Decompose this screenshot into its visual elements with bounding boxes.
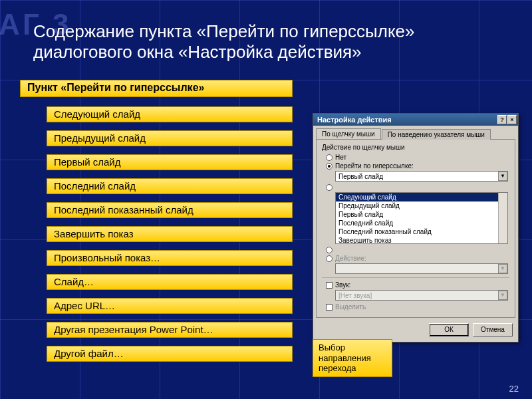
- radio-label: Действие:: [335, 255, 366, 262]
- radio-label: Нет: [335, 154, 346, 161]
- radio-icon: [326, 247, 332, 253]
- radio-unused-1[interactable]: [326, 184, 509, 191]
- listbox-item[interactable]: Предыдущий слайд: [336, 201, 507, 210]
- title-line-2: диалогового окна «Настройка действия»: [33, 42, 362, 62]
- checkbox-highlight: Выделить: [326, 303, 509, 311]
- listbox-item[interactable]: Последний слайд: [336, 219, 507, 227]
- list-item: Адрес URL…: [47, 298, 293, 314]
- dialog-titlebar[interactable]: Настройка действия ? ×: [313, 114, 518, 126]
- separator: [322, 277, 509, 278]
- listbox-item[interactable]: Следующий слайд: [336, 193, 507, 201]
- page-number: 22: [509, 384, 519, 394]
- action-combobox: ▼: [335, 263, 508, 274]
- close-button[interactable]: ×: [507, 115, 517, 124]
- listbox-item[interactable]: Первый слайд: [336, 210, 507, 219]
- slide-title: Содержание пункта «Перейти по гиперссылк…: [33, 21, 505, 63]
- checkbox-label: Выделить: [335, 303, 366, 311]
- chevron-down-icon[interactable]: ▼: [498, 172, 507, 181]
- radio-icon: [326, 184, 332, 191]
- radio-action: Действие:: [326, 255, 509, 262]
- list-item: Слайд…: [47, 274, 293, 290]
- combo-value: Первый слайд: [338, 173, 383, 180]
- chevron-down-icon: ▼: [498, 291, 507, 300]
- radio-hyperlink[interactable]: Перейти по гиперссылке:: [326, 162, 509, 170]
- checkbox-icon: [326, 304, 332, 311]
- main-hyperlink-item: Пункт «Перейти по гиперссылке»: [20, 80, 293, 97]
- radio-icon: [326, 255, 332, 262]
- list-item: Произвольный показ…: [47, 250, 293, 266]
- title-line-1: Содержание пункта «Перейти по гиперссылк…: [33, 21, 415, 41]
- checkbox-label: Звук:: [335, 281, 350, 289]
- cancel-button[interactable]: Отмена: [473, 323, 513, 336]
- list-item: Другой файл…: [47, 346, 293, 362]
- checkbox-icon: [326, 282, 332, 289]
- list-item: Последний слайд: [47, 178, 293, 194]
- hyperlink-options-list: Следующий слайд Предыдущий слайд Первый …: [47, 106, 293, 370]
- group-label: Действие по щелчку мыши: [322, 144, 509, 151]
- tab-on-click[interactable]: По щелчку мыши: [316, 128, 381, 139]
- listbox-item[interactable]: Завершить показ: [336, 236, 507, 244]
- ok-button[interactable]: ОК: [429, 323, 469, 336]
- tab-on-hover[interactable]: По наведению указателя мыши: [382, 129, 491, 140]
- dialog-title: Настройка действия: [317, 116, 392, 124]
- radio-icon: [326, 154, 332, 161]
- radio-none[interactable]: Нет: [326, 154, 509, 161]
- hyperlink-combobox[interactable]: Первый слайд ▼: [335, 171, 508, 182]
- list-item: Другая презентация Power Point…: [47, 322, 293, 338]
- callout-label: Выбор направления перехода: [313, 339, 392, 377]
- dialog-tabs: По щелчку мыши По наведению указателя мы…: [313, 126, 518, 139]
- list-item: Завершить показ: [47, 226, 293, 242]
- help-button[interactable]: ?: [497, 115, 507, 124]
- hyperlink-listbox[interactable]: Следующий слайд Предыдущий слайд Первый …: [335, 192, 508, 244]
- list-item: Первый слайд: [47, 154, 293, 170]
- checkbox-sound[interactable]: Звук:: [326, 281, 509, 289]
- action-settings-dialog: Настройка действия ? × По щелчку мыши По…: [313, 113, 519, 342]
- list-item: Предыдущий слайд: [47, 130, 293, 146]
- chevron-down-icon: ▼: [498, 264, 507, 273]
- dialog-body: Действие по щелчку мыши Нет Перейти по г…: [316, 139, 515, 318]
- list-item: Последний показанный слайд: [47, 202, 293, 218]
- radio-icon: [326, 163, 332, 170]
- sound-combobox: [Нет звука] ▼: [335, 290, 508, 301]
- listbox-item[interactable]: Последний показанный слайд: [336, 227, 507, 236]
- listbox-scrollbar[interactable]: [498, 193, 507, 243]
- list-item: Следующий слайд: [47, 106, 293, 122]
- radio-unused-2[interactable]: [326, 247, 509, 253]
- combo-value: [Нет звука]: [338, 292, 372, 299]
- radio-label: Перейти по гиперссылке:: [335, 162, 414, 170]
